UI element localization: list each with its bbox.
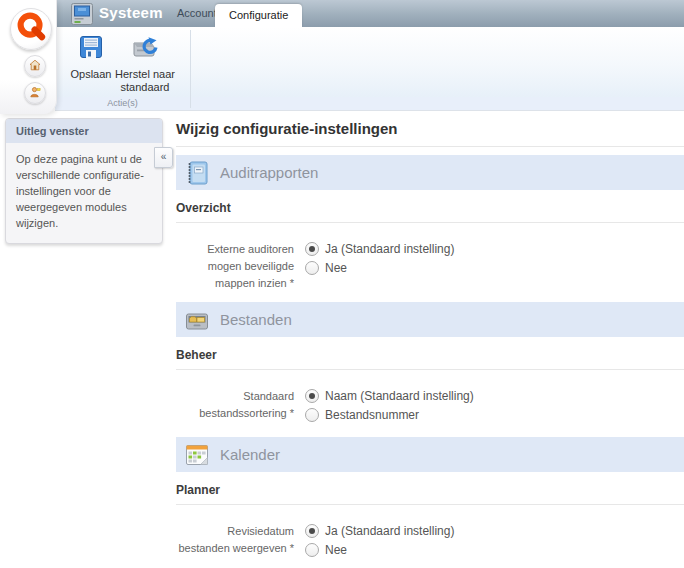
setting-label: Standaard bestandssortering * — [176, 388, 294, 427]
setting-row: Standaard bestandssortering * Naam (Stan… — [176, 388, 684, 427]
radio-option-nee[interactable]: Nee — [305, 543, 454, 557]
section-name: Bestanden — [220, 311, 292, 328]
subsection-overzicht: Overzicht — [176, 201, 684, 223]
top-bar: Systeem Account Configuratie — [55, 0, 684, 27]
radio-option-ja[interactable]: Ja (Standaard instelling) — [305, 524, 454, 538]
user-icon — [29, 84, 41, 102]
q-logo — [14, 10, 48, 48]
radio-selected-icon[interactable] — [305, 242, 319, 256]
section-header-kalender: Kalender — [176, 437, 684, 472]
subsection-planner: Planner — [176, 483, 684, 505]
section-name: Auditrapporten — [220, 164, 318, 181]
radio-option-label: Ja (Standaard instelling) — [325, 524, 454, 538]
help-panel: Uitleg venster Op deze pagina kunt u de … — [5, 118, 163, 244]
setting-label: Revisiedatum bestanden weergeven * — [176, 523, 294, 562]
user-button[interactable] — [24, 82, 46, 104]
calendar-icon — [184, 442, 210, 468]
ribbon-group-label: Actie(s) — [55, 97, 190, 110]
setting-row: Revisiedatum bestanden weergeven * Ja (S… — [176, 523, 684, 562]
main-content: Wijzig configuratie-instellingen Auditra… — [176, 120, 684, 568]
audit-notebook-icon — [184, 160, 210, 186]
radio-group: Naam (Standaard instelling) Bestandsnumm… — [305, 388, 474, 427]
radio-unselected-icon[interactable] — [305, 543, 319, 557]
radio-selected-icon[interactable] — [305, 389, 319, 403]
radio-group: Ja (Standaard instelling) Nee — [305, 523, 454, 562]
subsection-beheer: Beheer — [176, 348, 684, 370]
radio-selected-icon[interactable] — [305, 524, 319, 538]
setting-label: Externe auditoren mogen beveiligde mappe… — [176, 241, 294, 292]
restore-defaults-label: Herstel naar standaard — [101, 68, 189, 94]
ribbon-group-separator — [190, 30, 191, 108]
radio-option-naam[interactable]: Naam (Standaard instelling) — [305, 389, 474, 403]
radio-option-label: Ja (Standaard instelling) — [325, 242, 454, 256]
help-panel-body: Op deze pagina kunt u de verschillende c… — [6, 143, 162, 243]
section-name: Kalender — [220, 446, 280, 463]
home-icon — [29, 57, 41, 75]
setting-row: Externe auditoren mogen beveiligde mappe… — [176, 241, 684, 292]
radio-unselected-icon[interactable] — [305, 408, 319, 422]
restore-defaults-button[interactable]: Herstel naar standaard — [101, 31, 189, 94]
section-header-auditrapporten: Auditrapporten — [176, 155, 684, 190]
radio-option-label: Nee — [325, 261, 347, 275]
app-title: Systeem — [99, 4, 163, 21]
app-logo-button[interactable] — [10, 8, 52, 50]
tab-configuratie[interactable]: Configuratie — [215, 4, 302, 27]
ribbon: Opslaan Herstel naar standaard — [55, 27, 684, 97]
file-drawer-icon — [184, 307, 210, 333]
radio-option-label: Nee — [325, 543, 347, 557]
page-title: Wijzig configuratie-instellingen — [176, 120, 684, 147]
radio-option-label: Bestandsnummer — [325, 408, 419, 422]
left-rail — [0, 0, 57, 114]
section-header-bestanden: Bestanden — [176, 302, 684, 337]
radio-unselected-icon[interactable] — [305, 261, 319, 275]
radio-option-nee[interactable]: Nee — [305, 261, 454, 275]
radio-option-label: Naam (Standaard instelling) — [325, 389, 474, 403]
radio-group: Ja (Standaard instelling) Nee — [305, 241, 454, 292]
ribbon-group-strip: Actie(s) — [55, 97, 684, 111]
collapse-chevrons-icon[interactable]: « — [154, 147, 173, 168]
radio-option-bestandsnummer[interactable]: Bestandsnummer — [305, 408, 474, 422]
help-panel-title: Uitleg venster — [6, 119, 162, 143]
radio-option-ja[interactable]: Ja (Standaard instelling) — [305, 242, 454, 256]
system-terminal-icon — [69, 2, 95, 30]
home-button[interactable] — [24, 55, 46, 77]
restore-defaults-icon — [101, 31, 189, 68]
